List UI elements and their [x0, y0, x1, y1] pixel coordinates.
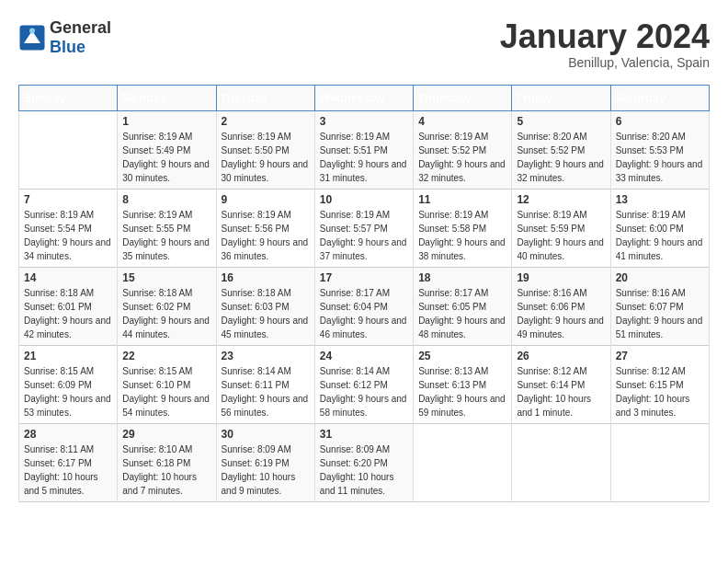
week-row-4: 21Sunrise: 8:15 AMSunset: 6:09 PMDayligh…	[19, 345, 710, 423]
day-number: 14	[24, 271, 112, 284]
day-number: 22	[122, 350, 210, 362]
day-number: 24	[320, 350, 408, 362]
day-number: 3	[320, 115, 408, 128]
day-cell: 29Sunrise: 8:10 AMSunset: 6:18 PMDayligh…	[118, 423, 216, 501]
day-info: Sunrise: 8:14 AMSunset: 6:11 PMDaylight:…	[222, 364, 310, 419]
column-header-saturday: Saturday	[610, 85, 709, 110]
day-info: Sunrise: 8:16 AMSunset: 6:06 PMDaylight:…	[517, 286, 605, 341]
svg-point-2	[29, 29, 35, 34]
location-subtitle: Benillup, Valencia, Spain	[500, 55, 710, 70]
day-number: 10	[320, 193, 408, 206]
day-cell: 3Sunrise: 8:19 AMSunset: 5:51 PMDaylight…	[314, 110, 413, 189]
day-number: 16	[222, 271, 310, 284]
day-number: 20	[616, 271, 704, 284]
day-info: Sunrise: 8:16 AMSunset: 6:07 PMDaylight:…	[616, 286, 704, 341]
day-cell	[610, 423, 709, 501]
day-number: 25	[418, 350, 506, 362]
day-number: 4	[418, 115, 506, 128]
day-info: Sunrise: 8:19 AMSunset: 5:59 PMDaylight:…	[517, 208, 605, 263]
day-number: 5	[517, 115, 605, 128]
day-number: 15	[122, 271, 210, 284]
column-header-sunday: Sunday	[19, 85, 118, 110]
day-info: Sunrise: 8:17 AMSunset: 6:04 PMDaylight:…	[320, 286, 408, 341]
day-cell: 17Sunrise: 8:17 AMSunset: 6:04 PMDayligh…	[314, 267, 413, 345]
day-number: 8	[122, 193, 210, 206]
day-info: Sunrise: 8:18 AMSunset: 6:03 PMDaylight:…	[222, 286, 310, 341]
logo-blue: Blue	[50, 38, 111, 57]
day-cell: 22Sunrise: 8:15 AMSunset: 6:10 PMDayligh…	[118, 345, 216, 423]
day-cell	[512, 423, 610, 501]
day-cell: 25Sunrise: 8:13 AMSunset: 6:13 PMDayligh…	[414, 345, 512, 423]
day-cell: 26Sunrise: 8:12 AMSunset: 6:14 PMDayligh…	[512, 345, 610, 423]
day-info: Sunrise: 8:12 AMSunset: 6:15 PMDaylight:…	[616, 364, 704, 419]
day-number: 6	[616, 115, 704, 128]
day-cell: 4Sunrise: 8:19 AMSunset: 5:52 PMDaylight…	[414, 110, 512, 189]
day-number: 13	[616, 193, 704, 206]
day-cell: 9Sunrise: 8:19 AMSunset: 5:56 PMDaylight…	[216, 189, 314, 267]
day-number: 1	[122, 115, 210, 128]
day-number: 27	[616, 350, 704, 362]
day-number: 11	[418, 193, 506, 206]
day-number: 31	[320, 428, 408, 441]
day-cell: 23Sunrise: 8:14 AMSunset: 6:11 PMDayligh…	[216, 345, 314, 423]
day-info: Sunrise: 8:09 AMSunset: 6:19 PMDaylight:…	[222, 442, 310, 498]
day-cell: 15Sunrise: 8:18 AMSunset: 6:02 PMDayligh…	[118, 267, 216, 345]
day-info: Sunrise: 8:17 AMSunset: 6:05 PMDaylight:…	[418, 286, 506, 341]
day-info: Sunrise: 8:19 AMSunset: 5:51 PMDaylight:…	[320, 130, 408, 185]
day-cell: 6Sunrise: 8:20 AMSunset: 5:53 PMDaylight…	[610, 110, 709, 189]
day-number: 2	[222, 115, 310, 128]
day-info: Sunrise: 8:18 AMSunset: 6:02 PMDaylight:…	[122, 286, 210, 341]
column-header-monday: Monday	[118, 85, 216, 110]
day-cell: 8Sunrise: 8:19 AMSunset: 5:55 PMDaylight…	[118, 189, 216, 267]
logo: General Blue	[18, 18, 111, 57]
week-row-2: 7Sunrise: 8:19 AMSunset: 5:54 PMDaylight…	[19, 189, 710, 267]
day-cell: 16Sunrise: 8:18 AMSunset: 6:03 PMDayligh…	[216, 267, 314, 345]
day-header-row: SundayMondayTuesdayWednesdayThursdayFrid…	[19, 85, 710, 110]
day-info: Sunrise: 8:12 AMSunset: 6:14 PMDaylight:…	[517, 364, 605, 419]
week-row-3: 14Sunrise: 8:18 AMSunset: 6:01 PMDayligh…	[19, 267, 710, 345]
day-info: Sunrise: 8:20 AMSunset: 5:52 PMDaylight:…	[517, 130, 605, 185]
day-cell: 18Sunrise: 8:17 AMSunset: 6:05 PMDayligh…	[414, 267, 512, 345]
day-cell: 5Sunrise: 8:20 AMSunset: 5:52 PMDaylight…	[512, 110, 610, 189]
day-number: 12	[517, 193, 605, 206]
day-info: Sunrise: 8:10 AMSunset: 6:18 PMDaylight:…	[122, 442, 210, 498]
day-info: Sunrise: 8:19 AMSunset: 5:52 PMDaylight:…	[418, 130, 506, 185]
day-info: Sunrise: 8:19 AMSunset: 5:50 PMDaylight:…	[222, 130, 310, 185]
week-row-5: 28Sunrise: 8:11 AMSunset: 6:17 PMDayligh…	[19, 423, 710, 501]
day-number: 23	[222, 350, 310, 362]
logo-text: General Blue	[50, 18, 111, 57]
day-number: 26	[517, 350, 605, 362]
day-cell	[414, 423, 512, 501]
day-info: Sunrise: 8:19 AMSunset: 5:49 PMDaylight:…	[122, 130, 210, 185]
month-title: January 2024	[500, 18, 710, 55]
day-cell: 21Sunrise: 8:15 AMSunset: 6:09 PMDayligh…	[19, 345, 118, 423]
day-cell	[19, 110, 118, 189]
day-info: Sunrise: 8:19 AMSunset: 5:56 PMDaylight:…	[222, 208, 310, 263]
page-header: General Blue January 2024 Benillup, Vale…	[18, 18, 710, 70]
calendar-table: SundayMondayTuesdayWednesdayThursdayFrid…	[18, 85, 710, 502]
day-number: 18	[418, 271, 506, 284]
day-cell: 10Sunrise: 8:19 AMSunset: 5:57 PMDayligh…	[314, 189, 413, 267]
day-number: 9	[222, 193, 310, 206]
day-info: Sunrise: 8:11 AMSunset: 6:17 PMDaylight:…	[24, 442, 112, 498]
column-header-friday: Friday	[512, 85, 610, 110]
day-cell: 20Sunrise: 8:16 AMSunset: 6:07 PMDayligh…	[610, 267, 709, 345]
day-info: Sunrise: 8:20 AMSunset: 5:53 PMDaylight:…	[616, 130, 704, 185]
day-info: Sunrise: 8:15 AMSunset: 6:10 PMDaylight:…	[122, 364, 210, 419]
day-info: Sunrise: 8:13 AMSunset: 6:13 PMDaylight:…	[418, 364, 506, 419]
day-number: 19	[517, 271, 605, 284]
week-row-1: 1Sunrise: 8:19 AMSunset: 5:49 PMDaylight…	[19, 110, 710, 189]
day-cell: 13Sunrise: 8:19 AMSunset: 6:00 PMDayligh…	[610, 189, 709, 267]
day-cell: 14Sunrise: 8:18 AMSunset: 6:01 PMDayligh…	[19, 267, 118, 345]
day-cell: 2Sunrise: 8:19 AMSunset: 5:50 PMDaylight…	[216, 110, 314, 189]
day-number: 21	[24, 350, 112, 362]
day-cell: 27Sunrise: 8:12 AMSunset: 6:15 PMDayligh…	[610, 345, 709, 423]
day-number: 17	[320, 271, 408, 284]
day-info: Sunrise: 8:14 AMSunset: 6:12 PMDaylight:…	[320, 364, 408, 419]
day-cell: 28Sunrise: 8:11 AMSunset: 6:17 PMDayligh…	[19, 423, 118, 501]
day-cell: 30Sunrise: 8:09 AMSunset: 6:19 PMDayligh…	[216, 423, 314, 501]
title-area: January 2024 Benillup, Valencia, Spain	[500, 18, 710, 70]
day-cell: 11Sunrise: 8:19 AMSunset: 5:58 PMDayligh…	[414, 189, 512, 267]
column-header-wednesday: Wednesday	[314, 85, 413, 110]
day-cell: 1Sunrise: 8:19 AMSunset: 5:49 PMDaylight…	[118, 110, 216, 189]
